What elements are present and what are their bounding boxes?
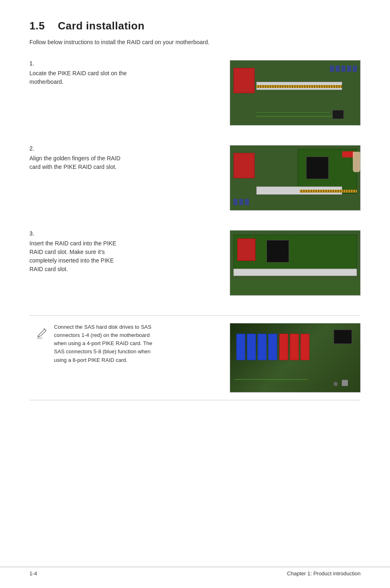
inserted-chip	[267, 240, 289, 263]
sas-blue-1	[236, 334, 245, 360]
cap	[341, 65, 345, 72]
step-1-number: 1.	[29, 60, 128, 67]
cap	[245, 199, 249, 205]
step-3-image-col	[136, 230, 361, 296]
caps-row-1	[330, 65, 357, 72]
page-footer: 1-4 Chapter 1: Product introduction	[0, 567, 390, 577]
step-1-desc: Locate the PIKE RAID card slot on the mo…	[29, 69, 128, 86]
section-title: 1.5 Card installation	[29, 20, 361, 32]
cap	[233, 199, 238, 205]
step-1-pcb	[230, 61, 360, 125]
cap	[239, 199, 243, 205]
trace	[256, 116, 338, 117]
trace-note	[234, 379, 308, 380]
step-3-row: 3. Insert the RAID card into the PIKE RA…	[29, 230, 361, 296]
side-chip-note	[334, 330, 352, 344]
step-3-image	[230, 230, 361, 296]
chip-detail	[332, 110, 344, 119]
sas-red-1	[279, 334, 288, 360]
sas-blue-2	[247, 334, 256, 360]
footer-page-number: 1-4	[29, 570, 37, 577]
pencil-icon	[34, 325, 49, 339]
sas-blue-3	[258, 334, 267, 360]
step-3-desc: Insert the RAID card into the PIKE RAID …	[29, 239, 128, 274]
sas-red-2	[290, 334, 299, 360]
note-image-col	[168, 323, 361, 393]
step-2-image	[230, 145, 361, 211]
slot-visible	[233, 269, 357, 276]
inserted-card	[233, 235, 357, 269]
blue-sas-group	[236, 334, 277, 360]
step-3-number: 3.	[29, 230, 128, 237]
note-icon-col	[29, 323, 54, 339]
board-red-conn	[233, 153, 255, 178]
page-container: 1.5 Card installation Follow below instr…	[0, 0, 390, 449]
step-2-row: 2. Align the golden fingers of the RAID …	[29, 145, 361, 211]
red-connector-detail	[233, 68, 255, 93]
finger-hint	[353, 152, 360, 172]
note-pcb	[230, 323, 360, 392]
step-2-image-col	[136, 145, 361, 211]
footer-chapter: Chapter 1: Product introduction	[287, 570, 361, 577]
caps-row-2	[233, 199, 249, 205]
golden-fingers	[300, 190, 357, 193]
sas-red-3	[300, 334, 309, 360]
step-2-pcb	[230, 146, 360, 210]
intro-paragraph: Follow below instructions to install the…	[29, 39, 361, 45]
step-1-row: 1. Locate the PIKE RAID card slot on the…	[29, 60, 361, 126]
step-1-image-col	[136, 60, 361, 126]
cap	[330, 65, 334, 72]
cap	[347, 65, 351, 72]
step-3-pcb	[230, 231, 360, 295]
cap	[353, 65, 357, 72]
section-title-text: Card installation	[58, 20, 144, 32]
note-text: Connect the SAS hard disk drives to SAS …	[54, 323, 160, 364]
note-text-col: Connect the SAS hard disk drives to SAS …	[54, 323, 168, 364]
note-row: Connect the SAS hard disk drives to SAS …	[29, 315, 361, 400]
trace	[256, 112, 330, 113]
step-2-desc: Align the golden fingers of the RAID car…	[29, 154, 128, 171]
note-image	[230, 323, 361, 393]
step-2-number: 2.	[29, 145, 128, 152]
step-1-image	[230, 60, 361, 126]
small-comp-2	[334, 382, 338, 386]
gold-contacts-detail	[256, 85, 342, 88]
card-conn-1	[237, 238, 256, 261]
step-2-text: 2. Align the golden fingers of the RAID …	[29, 145, 136, 171]
cap	[336, 65, 340, 72]
sas-blue-4	[268, 334, 277, 360]
small-comp-1	[342, 380, 348, 386]
step-3-text: 3. Insert the RAID card into the PIKE RA…	[29, 230, 136, 274]
board-below	[230, 280, 360, 295]
card-chip	[306, 157, 329, 179]
step-1-text: 1. Locate the PIKE RAID card slot on the…	[29, 60, 136, 86]
section-number: 1.5	[29, 20, 45, 32]
red-sas-group	[279, 334, 309, 360]
